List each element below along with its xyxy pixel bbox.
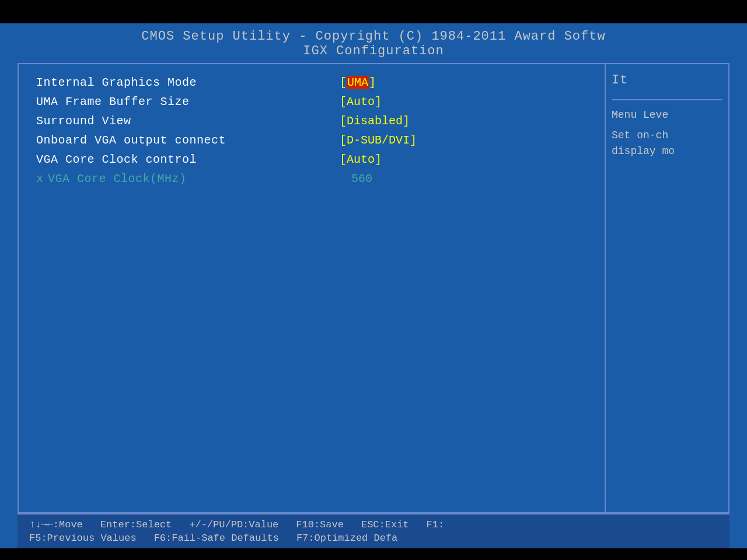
setting-label-vga-connect: Onboard VGA output connect [36,134,340,147]
nav-bar: ↑↓→←:Move Enter:Select +/-/PU/PD:Value F… [18,513,729,548]
main-content: Internal Graphics Mode [UMA] UMA Frame B… [18,63,729,513]
uma-highlighted: UMA [347,76,369,89]
nav-row-1: ↑↓→←:Move Enter:Select +/-/PU/PD:Value F… [29,519,718,530]
setting-value-uma-buf: [Auto] [340,95,382,108]
setting-label-igm: Internal Graphics Mode [36,76,340,89]
nav-select: Enter:Select [100,519,172,530]
bios-screen: CMOS Setup Utility - Copyright (C) 1984-… [0,0,747,560]
nav-failsafe: F6:Fail-Safe Defaults [154,533,279,544]
setting-row-vga-clock-ctrl[interactable]: VGA Core Clock control [Auto] [36,153,587,166]
setting-label-surround: Surround View [36,114,340,128]
nav-move: ↑↓→←:Move [29,519,83,530]
setting-value-surround: [Disabled] [340,114,410,128]
nav-f1: F1: [427,519,445,530]
nav-row-2: F5:Previous Values F6:Fail-Safe Defaults… [29,533,718,544]
x-marker: x [36,172,43,186]
right-panel: It Menu Leve Set on-ch display mo [606,64,728,512]
bottom-bar [0,548,747,560]
setting-label-vga-clock-ctrl: VGA Core Clock control [36,153,340,166]
setting-row-uma-buf[interactable]: UMA Frame Buffer Size [Auto] [36,95,587,108]
nav-value: +/-/PU/PD:Value [189,519,278,530]
title-area: CMOS Setup Utility - Copyright (C) 1984-… [0,23,747,63]
setting-row-surround[interactable]: Surround View [Disabled] [36,114,587,128]
help-it-label: It [612,73,722,88]
nav-save: F10:Save [296,519,344,530]
setting-value-vga-clock-ctrl: [Auto] [340,153,382,166]
setting-value-vga-connect: [D-SUB/DVI] [340,134,417,147]
help-set-text: Set on-ch [612,128,722,144]
left-panel: Internal Graphics Mode [UMA] UMA Frame B… [19,64,606,512]
title-line2: IGX Configuration [0,44,747,58]
setting-row-igm[interactable]: Internal Graphics Mode [UMA] [36,76,587,89]
help-menu-level: Menu Leve [612,109,722,121]
setting-label-vga-clock-mhz: VGA Core Clock(MHz) [48,172,351,186]
top-bar [0,0,747,23]
help-divider [612,99,722,100]
nav-optimized: F7:Optimized Defa [296,533,397,544]
setting-value-igm: [UMA] [340,76,376,89]
nav-prev: F5:Previous Values [29,533,137,544]
nav-exit: ESC:Exit [361,519,409,530]
help-display-text: display mo [612,144,722,159]
setting-label-uma-buf: UMA Frame Buffer Size [36,95,340,108]
setting-row-vga-connect[interactable]: Onboard VGA output connect [D-SUB/DVI] [36,134,587,147]
title-line1: CMOS Setup Utility - Copyright (C) 1984-… [0,29,747,44]
setting-value-vga-clock-mhz: 560 [351,172,372,186]
setting-row-vga-clock-mhz: x VGA Core Clock(MHz) 560 [36,172,587,186]
